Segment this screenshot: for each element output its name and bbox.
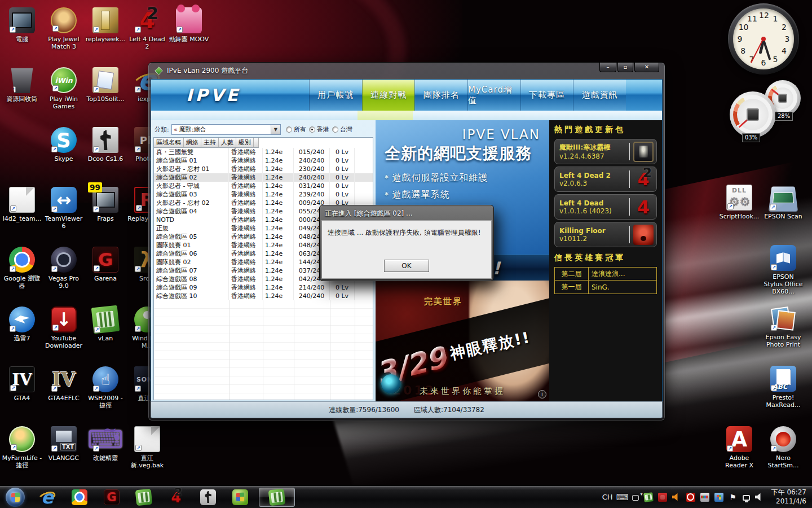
update-card[interactable]: 魔獸III:寒冰霸權 v1.24.4.6387 bbox=[554, 139, 657, 164]
table-row[interactable]: 火影忍者 - 守城 香港網絡 1.24e 031/240 0 Lv bbox=[154, 182, 373, 190]
table-row[interactable]: 綜合遊戲區 02 香港網絡 1.24e 240/240 0 Lv bbox=[154, 173, 373, 182]
desktop-icon[interactable]: WSH2009 - 捷徑 bbox=[85, 364, 126, 423]
hidden-icons-icon[interactable] bbox=[632, 495, 639, 501]
desktop-icon[interactable]: EPSON Stylus Office BX60... bbox=[762, 242, 804, 303]
info-icon[interactable]: i bbox=[538, 390, 546, 398]
language-indicator[interactable]: CH bbox=[602, 493, 613, 501]
desktop-icon[interactable]: 勁舞團 MOOV bbox=[168, 5, 210, 64]
table-header-row: 區域名稱網絡主持人數級別 bbox=[154, 138, 373, 148]
region-radio-option[interactable]: 台灣 bbox=[332, 125, 352, 134]
table-header-cell[interactable]: 級別 bbox=[236, 138, 254, 148]
windows-update-icon[interactable] bbox=[714, 493, 723, 502]
desktop-icon[interactable]: 資源回收筒 bbox=[1, 64, 43, 124]
dialog-title-bar[interactable]: 正在進入 [綜合遊戲區 02] ... bbox=[321, 207, 492, 220]
error-dialog: 正在進入 [綜合遊戲區 02] ... 連接區域 ... 啟動保護程序失敗, 須… bbox=[319, 205, 494, 281]
desktop-icon[interactable]: Google 瀏覽器 bbox=[1, 244, 43, 304]
desktop-icon[interactable]: 直江新.veg.bak bbox=[126, 423, 168, 483]
internet-explorer-icon[interactable] bbox=[39, 489, 55, 505]
nav-tab[interactable]: 下載專區 bbox=[520, 80, 573, 111]
desktop-icon[interactable]: TeamViewer 6 bbox=[43, 184, 85, 244]
volume-orange-icon[interactable] bbox=[672, 493, 681, 502]
update-card[interactable]: Left 4 Dead 2 v2.0.6.3 bbox=[554, 167, 657, 192]
desktop-icon[interactable]: Vegas Pro 9.0 bbox=[43, 244, 85, 304]
counter-strike-icon[interactable] bbox=[200, 489, 216, 505]
nav-tab[interactable]: MyCard增值 bbox=[467, 80, 520, 111]
desktop-icon[interactable]: GTA4 bbox=[1, 364, 43, 423]
chrome-icon bbox=[9, 247, 35, 273]
close-button[interactable]: ✕ bbox=[634, 63, 659, 72]
title-bar[interactable]: IPvE vLan 2900 遊戲平台 – ▫ ✕ bbox=[151, 63, 663, 79]
nero-tray-icon[interactable] bbox=[686, 493, 695, 502]
desktop-icon[interactable]: l4d2_team... bbox=[1, 184, 43, 244]
desktop-icon[interactable]: Skype bbox=[43, 124, 85, 184]
desktop-icon[interactable]: replayseek... bbox=[85, 5, 126, 64]
table-row[interactable]: 火影忍者 - 忍村 01 香港網絡 1.24e 230/240 0 Lv bbox=[154, 165, 373, 173]
desktop-icon[interactable]: VLANGGC bbox=[43, 423, 85, 483]
table-row[interactable]: 綜合遊戲區 10 香港網絡 1.24e 240/240 0 Lv bbox=[154, 292, 373, 300]
garena-icon[interactable] bbox=[104, 489, 120, 505]
table-row[interactable]: 綜合遊戲區 09 香港網絡 1.24e 214/240 0 Lv bbox=[154, 283, 373, 292]
desktop-icon-label: WSH2009 - 捷徑 bbox=[85, 395, 126, 409]
table-row[interactable]: 綜合遊戲區 01 香港網絡 1.24e 240/240 0 Lv bbox=[154, 156, 373, 165]
updates-title: 熱門遊戲更新包 bbox=[554, 125, 657, 135]
desktop-icon[interactable]: vLan bbox=[85, 304, 126, 364]
network-tray-icon[interactable] bbox=[743, 495, 750, 501]
clock-gadget[interactable]: 123456789101112 bbox=[728, 3, 799, 75]
table-header-cell[interactable]: 網絡 bbox=[184, 138, 201, 148]
region-radio-option[interactable]: 所有 bbox=[286, 125, 306, 134]
update-card[interactable]: Killing Floor v1011.2 bbox=[554, 222, 657, 247]
desktop-icon[interactable]: Presto! MaxRead... bbox=[762, 363, 804, 423]
desktop-icon[interactable]: Nero StartSm... bbox=[762, 423, 804, 484]
cpu-meter-gadget[interactable]: 03% 28% bbox=[727, 79, 810, 142]
table-row[interactable]: 綜合遊戲區 03 香港網絡 1.24e 239/240 0 Lv bbox=[154, 190, 373, 199]
start-button[interactable] bbox=[6, 488, 25, 507]
maximize-button[interactable]: ▫ bbox=[617, 63, 633, 72]
desktop-icon[interactable]: YouTube Downloader bbox=[43, 304, 85, 364]
chevron-down-icon[interactable]: ▼ bbox=[271, 125, 280, 134]
table-row[interactable]: 真・三國無雙 香港網絡 1.24e 015/240 0 Lv bbox=[154, 148, 373, 156]
table-header-cell[interactable]: 人數 bbox=[219, 138, 236, 148]
desktop-icon[interactable]: Top10Solit... bbox=[85, 64, 126, 124]
windows-green-icon[interactable] bbox=[232, 489, 248, 505]
desktop-icon[interactable]: Play Jewel Match 3 bbox=[43, 5, 85, 64]
table-header-cell[interactable]: 主持 bbox=[201, 138, 219, 148]
desktop-icon[interactable]: GTA4EFLC bbox=[43, 364, 85, 423]
desktop-icon[interactable]: 改鍵精靈 bbox=[85, 423, 126, 483]
table-header-cell[interactable]: 區域名稱 bbox=[154, 138, 184, 148]
category-select[interactable]: « 魔獸:綜合 ▼ bbox=[171, 124, 281, 135]
nav-tab[interactable]: 團隊排名 bbox=[414, 80, 467, 111]
desktop-icon[interactable]: Adobe Reader X bbox=[718, 423, 760, 484]
action-center-flag-icon[interactable] bbox=[729, 493, 738, 502]
nav-tab[interactable]: 用戶帳號 bbox=[309, 80, 362, 111]
red-app-tray-icon[interactable] bbox=[658, 493, 667, 502]
ok-button[interactable]: OK bbox=[384, 260, 429, 272]
nav-tab[interactable]: 遊戲資訊 bbox=[573, 80, 626, 111]
desktop-icon[interactable]: MyFarmLife - 捷徑 bbox=[1, 423, 43, 483]
desktop-icon[interactable]: Fraps bbox=[85, 184, 126, 244]
minimize-button[interactable]: – bbox=[599, 63, 616, 72]
desktop-icon[interactable]: Dcoo Cs1.6 bbox=[85, 124, 126, 184]
update-card[interactable]: Left 4 Dead v1.0.1.6 (4023) bbox=[554, 194, 657, 220]
active-task-button[interactable] bbox=[259, 488, 295, 507]
nav-tab[interactable]: 連線對戰 bbox=[362, 80, 415, 111]
l4d2-icon[interactable] bbox=[168, 489, 184, 505]
desktop-icon[interactable]: Play iWin Games bbox=[43, 64, 85, 124]
printer-tray-icon[interactable] bbox=[700, 493, 709, 502]
desktop-icon[interactable]: EPSON Scan bbox=[762, 182, 804, 242]
desktop-icon[interactable]: Left 4 Dead 2 bbox=[126, 5, 168, 64]
desktop-icon[interactable]: 迅雷7 bbox=[1, 304, 43, 364]
ram-chip-icon bbox=[778, 94, 787, 103]
keyboard-tray-icon[interactable] bbox=[618, 493, 627, 502]
desktop-icon[interactable]: Epson Easy Photo Print bbox=[762, 303, 804, 363]
table-header-cell[interactable] bbox=[254, 138, 259, 148]
chrome-icon[interactable] bbox=[72, 489, 87, 505]
vlan-icon[interactable] bbox=[135, 488, 153, 506]
vlan-icon[interactable] bbox=[643, 492, 654, 502]
taskbar-clock[interactable]: 下午 06:27 2011/4/6 bbox=[771, 488, 806, 506]
ad-banner[interactable]: 完美世界 2012 3/29 神眼釋放!! 未來世界你能掌握 i bbox=[376, 281, 549, 401]
desktop-icon[interactable]: ScriptHook... bbox=[718, 182, 760, 242]
desktop-icon[interactable]: Garena bbox=[85, 244, 126, 304]
volume-tray-icon[interactable] bbox=[755, 493, 764, 502]
desktop-icon[interactable]: 電腦 bbox=[1, 5, 43, 64]
region-radio-option[interactable]: 香港 bbox=[309, 125, 329, 134]
